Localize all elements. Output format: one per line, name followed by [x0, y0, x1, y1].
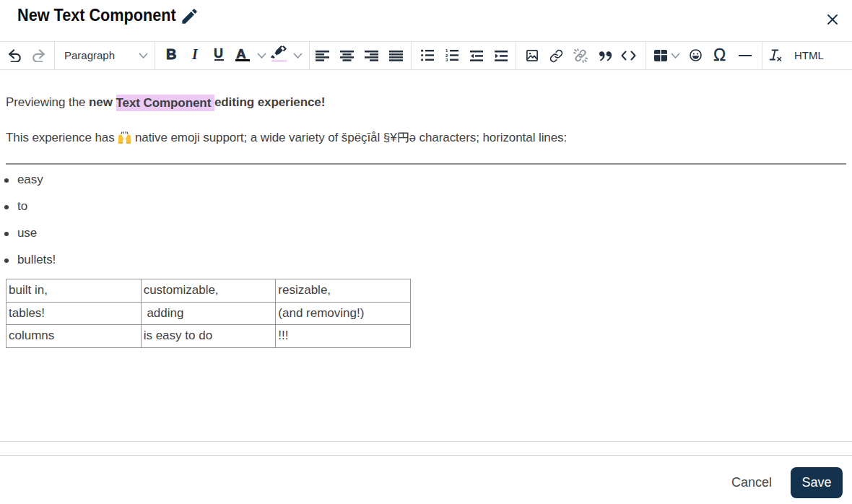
- svg-text:2: 2: [445, 53, 448, 58]
- svg-text:3: 3: [445, 58, 448, 61]
- svg-text:1: 1: [445, 49, 448, 53]
